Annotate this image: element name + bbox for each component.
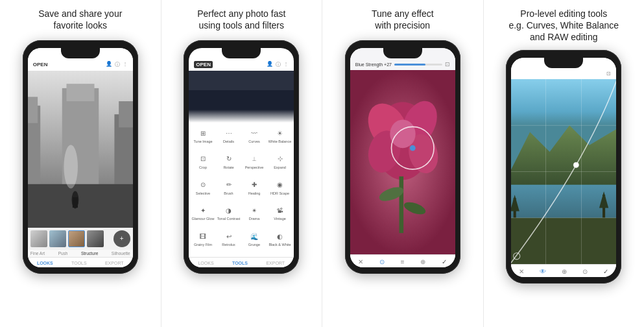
phone-2-frame: OPEN 👤 ⓘ ⋮ ⊞ Tune Image: [184, 40, 299, 274]
svg-rect-12: [189, 71, 294, 90]
tool-perspective[interactable]: ⟂ Perspective: [241, 151, 267, 177]
panel-4-title: Pro-level editing toolse.g. Curves, Whit…: [508, 8, 619, 43]
svg-point-24: [410, 145, 416, 151]
more-icon-2: ⋮: [283, 61, 289, 68]
nav2-tools[interactable]: TOOLS: [232, 261, 248, 265]
svg-point-8: [64, 145, 78, 188]
nav-tools[interactable]: TOOLS: [71, 261, 87, 265]
more-icon: ⋮: [123, 61, 128, 68]
tool-hdr-label: HDR Scape: [270, 191, 289, 195]
tool-selective-label: Selective: [196, 191, 210, 195]
phone4-photo: [511, 79, 616, 264]
split-view-icon: ⊡: [606, 71, 611, 77]
tool-rotate-label: Rotate: [223, 165, 233, 169]
panel-2-title: Perfect any photo fastusing tools and fi…: [197, 8, 285, 34]
svg-rect-10: [73, 197, 78, 208]
slider-track[interactable]: [394, 64, 442, 66]
layers-icon-3[interactable]: ⊕: [420, 258, 425, 265]
selective-icon: ⊙: [198, 180, 208, 190]
close-icon-4[interactable]: ✕: [519, 268, 524, 275]
phone4-bottom-bar: ✕ 👁 ⊕ ⊙ ✓: [511, 264, 616, 277]
header-icons: 👤 ⓘ ⋮: [106, 61, 128, 68]
open-label: OPEN: [33, 62, 48, 67]
phone3-slider-bar: Blue Strength +27 ⊡: [350, 48, 455, 70]
phone-1-frame: OPEN 👤 ⓘ ⋮: [23, 40, 138, 274]
retrolux-icon: ↩: [224, 231, 234, 241]
eq-icon-3[interactable]: ≡: [401, 258, 405, 265]
slider-label: Blue Strength +27: [355, 62, 392, 67]
white-balance-icon: ☀: [275, 128, 285, 138]
tool-crop[interactable]: ⊡ Crop: [190, 151, 216, 177]
tool-bw[interactable]: ◐ Black & White: [267, 228, 293, 254]
tool-brush[interactable]: ✏ Brush: [216, 177, 242, 203]
expand-icon: ⊹: [275, 154, 285, 164]
check-icon-4[interactable]: ✓: [603, 268, 608, 275]
nav2-export[interactable]: EXPORT: [266, 261, 285, 265]
label-push: Push: [58, 251, 68, 256]
tool-rotate[interactable]: ↻ Rotate: [216, 151, 242, 177]
slider-icon: ⊡: [445, 61, 450, 67]
tool-curves[interactable]: 〰 Curves: [241, 125, 267, 151]
label-fine-art: Fine Art: [30, 251, 45, 256]
tool-tune-image[interactable]: ⊞ Tune Image: [190, 125, 216, 151]
tool-selective[interactable]: ⊙ Selective: [190, 177, 216, 203]
thumb-fine-art[interactable]: [30, 230, 47, 247]
tool-hdr[interactable]: ◉ HDR Scape: [267, 177, 293, 203]
tool-white-balance[interactable]: ☀ White Balance: [267, 125, 293, 151]
thumb-structure[interactable]: [68, 230, 85, 247]
tune-icon-4[interactable]: ⊙: [582, 268, 588, 275]
thumb-push[interactable]: [49, 230, 66, 247]
thumb-add[interactable]: +: [113, 230, 130, 247]
panel-2: Perfect any photo fastusing tools and fi…: [161, 0, 323, 327]
tonal-icon: ◑: [224, 205, 234, 215]
tool-healing-label: Healing: [248, 191, 261, 195]
phone1-nav: LOOKS TOOLS EXPORT: [28, 257, 133, 267]
tool-expand[interactable]: ⊹ Expand: [267, 151, 293, 177]
healing-icon: ✚: [249, 180, 259, 190]
tool-tune-label: Tune Image: [193, 139, 212, 143]
tool-crop-label: Crop: [199, 165, 207, 169]
tool-grunge-label: Grunge: [248, 243, 260, 247]
details-icon: ⋯: [224, 128, 234, 138]
panel-1: Save and share yourfavorite looks OPEN 👤…: [0, 0, 161, 327]
layers-icon-4[interactable]: ⊕: [562, 268, 567, 275]
eye-icon-4[interactable]: 👁: [540, 268, 546, 275]
tool-glamour[interactable]: ✦ Glamour Glow: [190, 202, 216, 228]
close-icon-3[interactable]: ✕: [358, 258, 363, 265]
nav2-looks[interactable]: LOOKS: [198, 261, 213, 265]
svg-rect-2: [28, 97, 38, 123]
tool-wb-label: White Balance: [268, 139, 291, 143]
tool-grainy[interactable]: 🎞 Grainy Film: [190, 228, 216, 254]
thumb-silhouette[interactable]: [87, 230, 104, 247]
tool-healing[interactable]: ✚ Healing: [241, 177, 267, 203]
tool-tonal[interactable]: ◑ Tonal Contrast: [216, 202, 242, 228]
svg-rect-4: [119, 101, 133, 127]
person-icon-2: 👤: [267, 61, 273, 68]
perspective-icon: ⟂: [249, 154, 259, 164]
nav-export[interactable]: EXPORT: [105, 261, 124, 265]
label-structure: Structure: [81, 251, 98, 256]
tool-expand-label: Expand: [274, 165, 286, 169]
phone2-header: OPEN 👤 ⓘ ⋮: [189, 48, 294, 71]
svg-rect-6: [66, 84, 94, 101]
tool-vintage[interactable]: 📽 Vintage: [267, 202, 293, 228]
tools-grid: ⊞ Tune Image ⋯ Details 〰 Curves ☀ White …: [189, 123, 294, 257]
phone-2-screen: OPEN 👤 ⓘ ⋮ ⊞ Tune Image: [189, 48, 294, 267]
tool-details[interactable]: ⋯ Details: [216, 125, 242, 151]
nav-looks[interactable]: LOOKS: [37, 261, 53, 265]
phone-3-frame: Blue Strength +27 ⊡: [345, 40, 460, 274]
tool-drama[interactable]: ✴ Drama: [241, 202, 267, 228]
tool-glamour-label: Glamour Glow: [191, 217, 214, 221]
thumbnail-strip: +: [28, 228, 133, 250]
svg-point-38: [574, 162, 579, 167]
tool-grunge[interactable]: 🌊 Grunge: [241, 228, 267, 254]
curves-icon: 〰: [249, 128, 259, 138]
tool-retrolux[interactable]: ↩ Retrolux: [216, 228, 242, 254]
panel-1-title: Save and share yourfavorite looks: [38, 8, 122, 34]
panel-4: Pro-level editing toolse.g. Curves, Whit…: [484, 0, 645, 327]
svg-rect-20: [399, 176, 403, 233]
tool-details-label: Details: [223, 139, 234, 143]
info-icon: ⓘ: [115, 61, 120, 68]
check-icon-3[interactable]: ✓: [442, 258, 447, 265]
radio-icon-3[interactable]: ⊙: [379, 258, 385, 265]
